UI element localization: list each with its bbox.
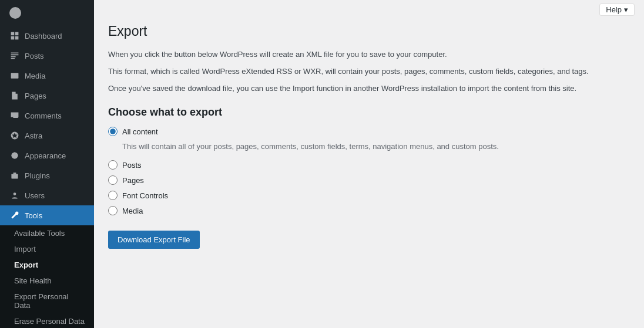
comments-icon xyxy=(9,110,20,121)
sidebar-item-tools-label: Tools xyxy=(25,211,42,220)
astra-icon xyxy=(9,130,20,141)
users-icon xyxy=(9,190,20,201)
sidebar-item-users-label: Users xyxy=(25,191,45,200)
option-font-controls[interactable]: Font Controls xyxy=(108,191,630,200)
sidebar-item-users[interactable]: Users xyxy=(0,185,94,205)
download-export-button[interactable]: Download Export File xyxy=(108,231,200,249)
sidebar-item-plugins[interactable]: Plugins xyxy=(0,165,94,185)
submenu-import[interactable]: Import xyxy=(0,241,94,257)
pages-icon xyxy=(9,90,20,101)
sidebar-item-comments[interactable]: Comments xyxy=(0,106,94,126)
posts-icon xyxy=(9,50,20,61)
option-posts-label: Posts xyxy=(122,161,142,170)
sidebar-item-tools[interactable]: Tools xyxy=(0,205,94,225)
submenu-erase-personal-data[interactable]: Erase Personal Data xyxy=(0,313,94,328)
svg-rect-0 xyxy=(11,32,15,36)
option-media-label: Media xyxy=(122,207,143,215)
plugins-icon xyxy=(9,170,20,181)
svg-rect-3 xyxy=(15,36,19,40)
appearance-icon xyxy=(9,150,20,161)
sidebar-item-appearance[interactable]: Appearance xyxy=(0,146,94,165)
svg-rect-4 xyxy=(11,73,19,79)
tools-icon xyxy=(9,210,20,221)
main-content: Export When you click the button below W… xyxy=(94,0,644,328)
sidebar-item-plugins-label: Plugins xyxy=(25,171,50,180)
option-pages[interactable]: Pages xyxy=(108,175,630,185)
wp-logo-icon xyxy=(9,7,21,19)
option-posts[interactable]: Posts xyxy=(108,160,630,170)
submenu-export[interactable]: Export xyxy=(0,257,94,273)
option-media[interactable]: Media xyxy=(108,206,630,215)
radio-font-controls[interactable] xyxy=(108,191,118,200)
tools-submenu: Available Tools Import Export Site Healt… xyxy=(0,225,94,328)
option-pages-label: Pages xyxy=(122,176,144,185)
option-font-controls-label: Font Controls xyxy=(122,191,168,200)
section-heading: Choose what to export xyxy=(108,106,630,119)
sidebar-item-comments-label: Comments xyxy=(25,111,62,120)
dashboard-icon xyxy=(9,31,20,41)
svg-rect-1 xyxy=(15,32,19,36)
svg-rect-10 xyxy=(11,174,18,179)
sidebar-item-pages[interactable]: Pages xyxy=(0,86,94,106)
sidebar-item-posts-label: Posts xyxy=(25,52,44,60)
sidebar-item-dashboard[interactable]: Dashboard xyxy=(0,26,94,46)
desc1: When you click the button below WordPres… xyxy=(108,49,590,61)
submenu-export-personal-data[interactable]: Export Personal Data xyxy=(0,289,94,313)
wp-logo xyxy=(0,0,94,26)
sidebar-item-pages-label: Pages xyxy=(25,92,46,100)
svg-point-13 xyxy=(14,192,16,195)
export-options: All content This will contain all of you… xyxy=(108,127,630,215)
page-title: Export xyxy=(108,23,630,39)
desc2: This format, which is called WordPress e… xyxy=(108,66,590,78)
submenu-site-health[interactable]: Site Health xyxy=(0,273,94,289)
svg-rect-2 xyxy=(11,36,15,40)
sidebar: Dashboard Posts Media Pages Comments Ast… xyxy=(0,0,94,328)
radio-pages[interactable] xyxy=(108,175,118,185)
sidebar-item-dashboard-label: Dashboard xyxy=(25,32,62,40)
option-all-content-label: All content xyxy=(122,127,158,136)
sidebar-item-media-label: Media xyxy=(25,72,45,80)
chevron-down-icon: ▾ xyxy=(624,5,628,14)
submenu-available-tools[interactable]: Available Tools xyxy=(0,225,94,241)
media-icon xyxy=(9,70,20,81)
sidebar-item-posts[interactable]: Posts xyxy=(0,46,94,66)
all-content-description: This will contain all of your posts, pag… xyxy=(122,142,534,151)
radio-posts[interactable] xyxy=(108,160,118,170)
radio-all-content[interactable] xyxy=(108,127,118,136)
option-all-content[interactable]: All content xyxy=(108,127,630,136)
help-button[interactable]: Help ▾ xyxy=(599,4,635,16)
desc3: Once you've saved the download file, you… xyxy=(108,83,590,95)
sidebar-item-astra-label: Astra xyxy=(25,131,42,140)
sidebar-item-appearance-label: Appearance xyxy=(25,151,66,160)
radio-media[interactable] xyxy=(108,206,118,215)
sidebar-item-media[interactable]: Media xyxy=(0,66,94,86)
sidebar-item-astra[interactable]: Astra xyxy=(0,126,94,146)
